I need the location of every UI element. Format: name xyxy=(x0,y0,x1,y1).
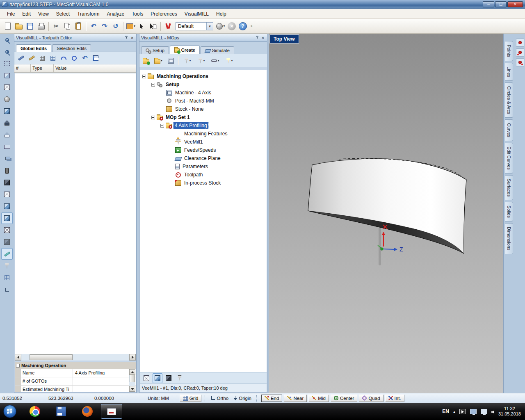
dark-cube-view-button[interactable] xyxy=(1,177,13,188)
toolpath-table-body[interactable] xyxy=(15,73,136,354)
refresh-button[interactable]: ↺ xyxy=(110,21,121,32)
brand-button[interactable] xyxy=(163,21,173,32)
prop-row-name[interactable]: Name 4 Axis Profiling xyxy=(15,369,136,377)
home-view-button[interactable] xyxy=(1,117,13,129)
snap-near-button[interactable]: Near xyxy=(284,395,307,402)
iso-view-button[interactable] xyxy=(1,129,13,141)
link-menu-button[interactable]: ▾ xyxy=(209,56,222,66)
machine-setup-button[interactable] xyxy=(166,56,176,66)
scrollbar-thumb[interactable] xyxy=(30,354,73,360)
ortho-toggle[interactable]: Ortho xyxy=(209,395,231,402)
viewport-3d[interactable]: Top View xyxy=(269,34,503,393)
new-mopset-button[interactable] xyxy=(141,56,151,66)
tab-dimensions[interactable]: Dimensions xyxy=(505,223,513,254)
column-type[interactable]: Type xyxy=(31,64,54,72)
tray-network-icon[interactable] xyxy=(470,409,477,414)
close-panel-icon[interactable]: × xyxy=(130,35,135,40)
collapse-icon[interactable] xyxy=(151,83,155,87)
tool2-menu-button[interactable]: ▾ xyxy=(195,56,208,66)
tree-item-mop-set-1[interactable]: MOp Set 1 xyxy=(140,113,267,121)
column-value[interactable]: Value xyxy=(54,64,136,72)
box-view-button[interactable] xyxy=(1,189,13,200)
tree-item-feeds-speeds[interactable]: Feeds/Speeds xyxy=(140,146,267,154)
help-button[interactable]: ? xyxy=(237,21,248,32)
cylinder-view-button[interactable] xyxy=(1,165,13,176)
tab-selection-edits[interactable]: Selection Edits xyxy=(52,44,91,52)
column-number[interactable]: # xyxy=(14,64,31,72)
shaded-view-button[interactable] xyxy=(1,201,13,212)
copy-button[interactable] xyxy=(62,21,73,32)
post-menu-button[interactable]: ▾ xyxy=(223,56,236,66)
zoom-extents-button[interactable] xyxy=(1,70,13,81)
scroll-up-button[interactable] xyxy=(129,369,135,375)
tree-item-toolpath[interactable]: Toolpath xyxy=(140,171,267,179)
tab-create[interactable]: Create xyxy=(170,46,200,54)
collapse-icon[interactable] xyxy=(151,116,155,119)
simulate-view-button[interactable] xyxy=(164,373,173,383)
tree-item-post[interactable]: Post - Mach3-MM xyxy=(140,97,267,105)
close-button[interactable]: × xyxy=(507,1,523,7)
toolpath-editor-header[interactable]: VisualMILL - Toolpath Editor × xyxy=(14,34,136,42)
collapse-icon[interactable] xyxy=(160,124,164,128)
select-by-doc-button[interactable] xyxy=(148,21,158,32)
tab-solids[interactable]: Solids xyxy=(505,202,513,221)
stock-view-button[interactable] xyxy=(142,373,151,383)
tree-item-stock[interactable]: Stock - None xyxy=(140,105,267,113)
start-button[interactable] xyxy=(3,405,16,418)
pin-icon[interactable] xyxy=(124,36,128,40)
grid-display-button[interactable] xyxy=(1,272,13,283)
menu-help[interactable]: Help xyxy=(212,10,230,18)
properties-scrollbar[interactable] xyxy=(129,369,135,392)
grid-toggle[interactable]: Grid xyxy=(180,395,202,402)
tray-volume-icon[interactable] xyxy=(491,411,494,413)
brush-display-button[interactable] xyxy=(1,248,13,260)
language-indicator[interactable]: EN xyxy=(442,409,449,414)
multi-plane-button[interactable] xyxy=(1,153,13,164)
tree-item-setup[interactable]: Setup xyxy=(140,80,267,89)
properties-header[interactable]: Machining Operation xyxy=(15,362,136,369)
tree-item-machining-features[interactable]: Machining Features xyxy=(140,130,267,138)
tool-menu-button[interactable]: ▾ xyxy=(181,56,194,66)
tray-expand-icon[interactable]: ▴ xyxy=(453,409,455,414)
restore-button[interactable]: □ xyxy=(495,1,507,7)
edit-points-button[interactable] xyxy=(16,53,26,63)
abort-button[interactable]: × xyxy=(226,21,237,32)
taskbar-chrome-button[interactable] xyxy=(29,405,41,418)
toolbar-overflow-button[interactable]: » xyxy=(249,21,254,32)
point-cloud-button[interactable] xyxy=(516,48,524,57)
tree-item-parameters[interactable]: Parameters xyxy=(140,162,267,171)
circle-fit-button[interactable] xyxy=(69,53,79,63)
tool-holder-button[interactable] xyxy=(175,373,185,383)
axis-display-button[interactable] xyxy=(1,284,13,295)
mops-header[interactable]: VisualMILL - MOps × xyxy=(139,34,267,42)
load-save-button[interactable]: ▾ xyxy=(152,56,165,66)
tab-curves[interactable]: Curves xyxy=(505,119,513,141)
tab-points[interactable]: Points xyxy=(505,41,513,61)
hidden-line-view-button[interactable] xyxy=(1,236,13,248)
prop-row-gotos[interactable]: # of GOTOs xyxy=(15,377,136,386)
close-panel-icon[interactable]: × xyxy=(260,35,265,40)
material-button[interactable]: ▾ xyxy=(215,21,226,32)
tray-display-icon[interactable] xyxy=(481,409,487,414)
tab-global-edits[interactable]: Global Edits xyxy=(16,44,51,52)
print-button[interactable] xyxy=(36,21,46,32)
new-file-button[interactable] xyxy=(2,21,13,32)
prop-row-machining-time[interactable]: Estimated Machining Ti xyxy=(15,386,136,392)
edit-feeds-button[interactable] xyxy=(27,53,37,63)
tree-item-machine[interactable]: Machine - 4 Axis xyxy=(140,89,267,97)
front-view-button[interactable] xyxy=(1,141,13,153)
profile-combo[interactable]: Default ▾ xyxy=(176,22,213,30)
menu-tools[interactable]: Tools xyxy=(128,10,147,18)
zoom-window-button[interactable] xyxy=(1,58,13,69)
rotate-view-button[interactable] xyxy=(1,94,13,105)
minimize-button[interactable]: – xyxy=(483,1,494,7)
point-grid-button[interactable] xyxy=(516,58,524,66)
tab-setup[interactable]: Setup xyxy=(141,46,169,54)
model-canvas[interactable]: Z xyxy=(269,34,503,393)
point-button[interactable] xyxy=(516,39,524,47)
snap-end-button[interactable]: End xyxy=(261,395,282,402)
tray-media-icon[interactable] xyxy=(459,409,466,414)
view-label[interactable]: Top View xyxy=(269,34,299,43)
scrollbar-thumb[interactable] xyxy=(130,375,135,382)
taskbar-active-app-button[interactable] xyxy=(101,404,122,419)
